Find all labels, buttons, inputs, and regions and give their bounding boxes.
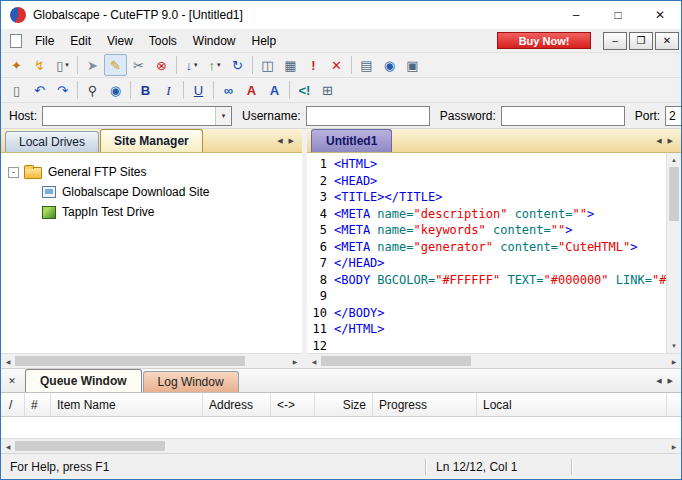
tab-queue-window[interactable]: Queue Window bbox=[25, 369, 142, 392]
tree-item-label: Globalscape Download Site bbox=[62, 185, 209, 199]
scroll-up-icon[interactable]: ▲ bbox=[667, 153, 681, 167]
new-document-icon[interactable]: ▯ bbox=[5, 79, 28, 101]
schedule-icon[interactable]: ▦ bbox=[279, 54, 302, 76]
tree-item-globalscape-download-site[interactable]: Globalscape Download Site bbox=[1, 182, 302, 202]
scroll-right-icon[interactable]: ▶ bbox=[288, 354, 302, 368]
close-panel-icon[interactable]: ✕ bbox=[5, 374, 19, 388]
font-color-icon[interactable]: A bbox=[240, 79, 263, 101]
minimize-button[interactable]: – bbox=[555, 1, 597, 29]
undo-icon[interactable]: ↶ bbox=[28, 79, 51, 101]
browser-icon[interactable]: ◉ bbox=[104, 79, 127, 101]
bold-icon[interactable]: B bbox=[134, 79, 157, 101]
column-header-transfer-direction[interactable]: <-> bbox=[271, 393, 315, 416]
queue-hscrollbar[interactable]: ◀ ▶ bbox=[1, 438, 681, 453]
column-header-local[interactable]: Local bbox=[477, 393, 667, 416]
tab-untitled1[interactable]: Untitled1 bbox=[311, 129, 392, 152]
menu-view[interactable]: View bbox=[99, 31, 141, 51]
combo-dropdown-icon[interactable]: ▾ bbox=[215, 107, 231, 125]
properties-icon[interactable]: ▤ bbox=[355, 54, 378, 76]
tree-expander-icon[interactable]: - bbox=[8, 167, 19, 178]
port-input[interactable] bbox=[665, 106, 681, 126]
title-bar[interactable]: Globalscape - CuteFTP 9.0 - [Untitled1] … bbox=[1, 1, 681, 29]
mdi-minimize-button[interactable]: – bbox=[603, 32, 627, 50]
tree-item-tappin-test-drive[interactable]: TappIn Test Drive bbox=[1, 202, 302, 222]
tab-scroll-left-icon[interactable]: ◀ bbox=[656, 137, 661, 145]
buy-now-button[interactable]: Buy Now! bbox=[497, 32, 591, 49]
column-header-number[interactable]: # bbox=[25, 393, 51, 416]
underline-icon[interactable]: U bbox=[187, 79, 210, 101]
username-input[interactable] bbox=[306, 106, 430, 126]
compare-icon[interactable]: ◫ bbox=[256, 54, 279, 76]
scroll-left-icon[interactable]: ◀ bbox=[1, 439, 15, 453]
scroll-right-icon[interactable]: ▶ bbox=[667, 439, 681, 453]
scrollbar-thumb[interactable] bbox=[669, 167, 679, 221]
editor-hscrollbar[interactable]: ◀ ▶ bbox=[307, 353, 681, 368]
menu-edit[interactable]: Edit bbox=[62, 31, 99, 51]
line-number: 7 bbox=[307, 256, 334, 270]
italic-icon[interactable]: I bbox=[157, 79, 180, 101]
scroll-down-icon[interactable]: ▼ bbox=[667, 339, 681, 353]
left-pane-hscrollbar[interactable]: ◀ ▶ bbox=[1, 353, 302, 368]
font-icon[interactable]: A bbox=[263, 79, 286, 101]
priority-icon[interactable]: ! bbox=[302, 54, 325, 76]
tab-scroll-right-icon[interactable]: ▶ bbox=[668, 377, 673, 385]
close-button[interactable]: ✕ bbox=[639, 1, 681, 29]
code-segment: TEXT= bbox=[507, 273, 543, 287]
html-tag-icon[interactable]: <! bbox=[293, 79, 316, 101]
tab-scroll-left-icon[interactable]: ◀ bbox=[277, 137, 282, 145]
document-icon[interactable] bbox=[10, 34, 22, 48]
editor-wrap: 1<HTML>2<HEAD>3<TITLE></TITLE>4<META nam… bbox=[307, 153, 681, 353]
scrollbar-track[interactable] bbox=[667, 221, 681, 339]
connection-wizard-icon[interactable]: ✦ bbox=[5, 54, 28, 76]
scroll-left-icon[interactable]: ◀ bbox=[307, 354, 321, 368]
menu-file[interactable]: File bbox=[27, 31, 62, 51]
maximize-button[interactable]: □ bbox=[597, 1, 639, 29]
scrollbar-thumb[interactable] bbox=[15, 356, 245, 366]
highlighter-icon[interactable]: ✎ bbox=[104, 54, 127, 76]
insert-table-icon[interactable]: ⊞ bbox=[316, 79, 339, 101]
line-number: 2 bbox=[307, 174, 334, 188]
editor-vscrollbar[interactable]: ▲ ▼ bbox=[666, 153, 681, 353]
column-header-direction-flag[interactable]: / bbox=[3, 393, 25, 416]
tree-item-general-ftp-sites[interactable]: -General FTP Sites bbox=[1, 162, 302, 182]
download-icon[interactable]: ↓▾ bbox=[180, 54, 203, 76]
code-area[interactable]: 1<HTML>2<HEAD>3<TITLE></TITLE>4<META nam… bbox=[307, 153, 666, 353]
redo-icon[interactable]: ↷ bbox=[51, 79, 74, 101]
host-monitor-icon[interactable]: ▣ bbox=[401, 54, 424, 76]
column-header-address[interactable]: Address bbox=[203, 393, 271, 416]
upload-icon[interactable]: ↑▾ bbox=[203, 54, 226, 76]
world-icon[interactable]: ◉ bbox=[378, 54, 401, 76]
scrollbar-thumb[interactable] bbox=[321, 356, 471, 366]
pointer-icon[interactable]: ➤ bbox=[81, 54, 104, 76]
refresh-icon[interactable]: ↻ bbox=[226, 54, 249, 76]
quick-connect-icon[interactable]: ↯ bbox=[28, 54, 51, 76]
queue-body[interactable] bbox=[1, 417, 681, 438]
column-header-size[interactable]: Size bbox=[315, 393, 373, 416]
mdi-close-button[interactable]: ✕ bbox=[655, 32, 679, 50]
stop-icon[interactable]: ⊗ bbox=[150, 54, 173, 76]
hyperlink-icon[interactable]: ∞ bbox=[217, 79, 240, 101]
tab-local-drives[interactable]: Local Drives bbox=[5, 131, 99, 152]
menu-help[interactable]: Help bbox=[244, 31, 285, 51]
disconnect-icon[interactable]: ✂ bbox=[127, 54, 150, 76]
find-icon[interactable]: ⚲ bbox=[81, 79, 104, 101]
menu-tools[interactable]: Tools bbox=[141, 31, 185, 51]
scrollbar-thumb[interactable] bbox=[15, 441, 165, 451]
mdi-restore-button[interactable]: ❐ bbox=[629, 32, 653, 50]
tab-scroll-right-icon[interactable]: ▶ bbox=[668, 137, 673, 145]
tab-scroll-right-icon[interactable]: ▶ bbox=[289, 137, 294, 145]
tab-scroll-left-icon[interactable]: ◀ bbox=[656, 377, 661, 385]
tab-site-manager[interactable]: Site Manager bbox=[100, 129, 203, 152]
menu-window[interactable]: Window bbox=[185, 31, 244, 51]
tab-log-window[interactable]: Log Window bbox=[143, 371, 239, 392]
scroll-right-icon[interactable]: ▶ bbox=[667, 354, 681, 368]
scroll-left-icon[interactable]: ◀ bbox=[1, 354, 15, 368]
column-header-item-name[interactable]: Item Name bbox=[51, 393, 203, 416]
delete-icon[interactable]: ✕ bbox=[325, 54, 348, 76]
host-combobox[interactable]: ▾ bbox=[42, 106, 232, 126]
new-item-icon[interactable]: ▯▾ bbox=[51, 54, 74, 76]
left-pane: Local DrivesSite Manager ◀ ▶ -General FT… bbox=[1, 129, 302, 368]
password-input[interactable] bbox=[501, 106, 625, 126]
column-header-progress[interactable]: Progress bbox=[373, 393, 477, 416]
code-segment: BGCOLOR= bbox=[377, 273, 435, 287]
